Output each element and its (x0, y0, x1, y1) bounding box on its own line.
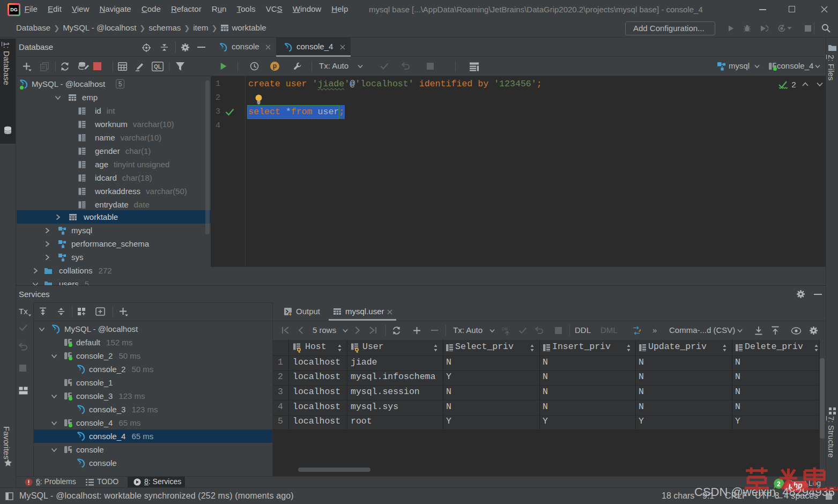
svg-text:QL: QL (154, 64, 161, 70)
svg-text:DB: DB (502, 327, 508, 331)
